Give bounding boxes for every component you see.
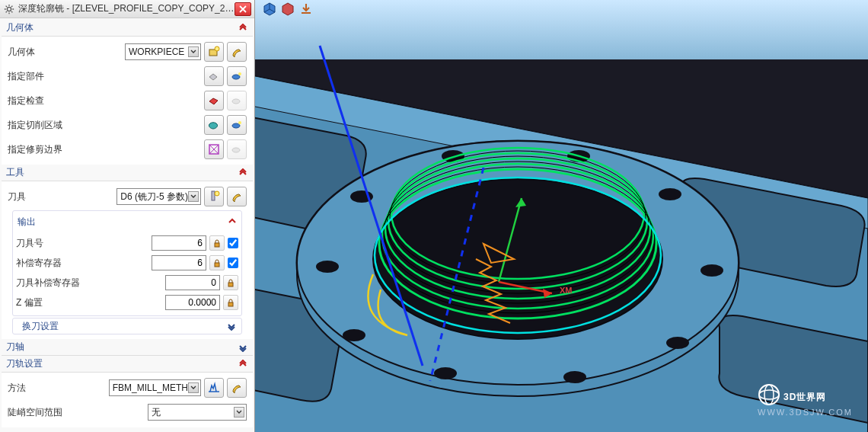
3d-scene [255,0,868,432]
section-content-geometry: 几何体 WORKPIECE 指定部件 指定检查 指定切削区域 [2,37,253,165]
specify-cut-area-label: 指定切削区域 [8,119,201,132]
cube-blue-icon[interactable] [262,2,277,17]
chevron-down-icon [226,321,237,331]
axis-x-label: XM [560,286,573,295]
comp-register-check[interactable] [228,258,238,268]
specify-check-label: 指定检查 [8,94,201,107]
edit-geometry-button[interactable] [227,42,247,62]
cube-red-icon[interactable] [280,2,295,17]
svg-rect-15 [228,302,233,306]
chevron-down-icon [238,342,248,353]
svg-point-6 [232,123,240,128]
svg-point-20 [434,367,457,379]
chevron-up-icon [238,168,248,178]
tool-change-header[interactable]: 换刀设置 [12,318,242,334]
svg-point-2 [215,46,219,51]
svg-rect-10 [212,191,215,200]
comp-register-input[interactable] [152,255,206,270]
svg-point-4 [238,72,241,75]
display-check-button [227,91,247,110]
dialog-titlebar: 深度轮廓铣 - [ZLEVEL_PROFILE_COPY_COPY_2_C... [0,0,254,18]
lock-icon[interactable] [209,235,225,251]
svg-point-7 [238,121,241,124]
svg-point-5 [232,99,240,104]
method-label: 方法 [8,382,106,395]
chevron-down-icon [188,382,199,393]
watermark: 3D世界网 WWW.3DSJW.COM [758,381,853,417]
specify-check-button[interactable] [204,91,224,110]
display-cut-area-button[interactable] [227,115,247,135]
gear-icon [3,3,15,15]
z-offset-label: Z 偏置 [16,296,162,309]
output-header[interactable]: 输出 [16,214,238,233]
svg-point-44 [759,385,779,405]
tool-number-check[interactable] [228,238,238,248]
globe-icon [758,383,780,406]
dialog-body: 几何体 几何体 WORKPIECE 指定部件 指定检查 [0,18,254,432]
geometry-label: 几何体 [8,46,122,59]
output-subsection: 输出 刀具号 补偿寄存器 刀具补偿寄存器 [12,210,242,316]
steep-label: 陡峭空间范围 [8,406,145,419]
svg-point-11 [215,191,219,196]
method-edit-button[interactable] [227,378,247,398]
section-content-path: 方法 FBM_MILL_METH 陡峭空间范围 无 [2,373,253,427]
3d-viewport[interactable]: XM 3D世界网 WWW.3DSJW.COM [255,0,868,432]
close-button[interactable] [235,2,251,16]
svg-point-24 [659,188,681,200]
lock-icon[interactable] [209,255,225,270]
tool-number-input[interactable] [152,235,206,251]
download-icon[interactable] [298,2,314,17]
svg-point-22 [666,337,689,349]
tool-comp-register-label: 刀具补偿寄存器 [16,277,162,290]
svg-rect-14 [228,283,233,286]
steep-dropdown[interactable]: 无 [148,404,247,421]
svg-point-46 [764,385,774,405]
specify-part-button[interactable] [204,66,224,86]
lock-icon[interactable] [223,275,238,290]
section-header-geometry[interactable]: 几何体 [2,20,253,37]
operation-dialog: 深度轮廓铣 - [ZLEVEL_PROFILE_COPY_COPY_2_C...… [0,0,255,432]
edit-tool-button[interactable] [227,187,247,206]
method-inherit-button[interactable] [204,378,224,398]
svg-point-45 [759,390,779,399]
svg-point-0 [7,7,11,11]
section-header-tool-axis[interactable]: 刀轴 [2,339,253,356]
svg-point-19 [343,329,365,341]
section-header-path-settings[interactable]: 刀轨设置 [2,356,253,373]
tool-dropdown[interactable]: D6 (铣刀-5 参数) [116,188,201,205]
method-dropdown[interactable]: FBM_MILL_METH [109,379,201,396]
svg-point-3 [232,75,240,79]
section-header-tool[interactable]: 工具 [2,165,253,181]
tool-number-label: 刀具号 [16,237,148,250]
specify-part-label: 指定部件 [8,70,201,83]
svg-point-21 [563,371,586,383]
svg-point-28 [316,261,339,273]
svg-point-29 [373,179,662,339]
lock-icon[interactable] [223,295,238,310]
chevron-up-icon [228,216,237,228]
new-geometry-button[interactable] [204,42,224,62]
comp-register-label: 补偿寄存器 [16,257,148,270]
geometry-dropdown[interactable]: WORKPIECE [125,43,201,60]
svg-rect-13 [215,263,219,267]
display-part-button[interactable] [227,66,247,86]
chevron-down-icon [188,46,199,57]
svg-rect-12 [215,243,219,247]
chevron-up-icon [238,359,248,370]
specify-cut-area-button[interactable] [204,115,224,135]
tool-comp-register-input[interactable] [165,275,220,290]
chevron-down-icon [234,407,244,418]
svg-point-23 [700,264,723,277]
section-content-tool: 刀具 D6 (铣刀-5 参数) 输出 刀具号 [2,181,253,339]
tool-label: 刀具 [8,190,113,203]
dialog-title: 深度轮廓铣 - [ZLEVEL_PROFILE_COPY_COPY_2_C... [18,2,235,15]
display-trim-button [227,139,247,159]
specify-trim-label: 指定修剪边界 [8,143,201,156]
chevron-down-icon [188,191,199,202]
z-offset-input[interactable] [165,295,220,310]
new-tool-button[interactable] [204,187,224,206]
svg-point-9 [232,148,240,152]
chevron-up-icon [238,23,248,34]
specify-trim-button[interactable] [204,139,224,159]
